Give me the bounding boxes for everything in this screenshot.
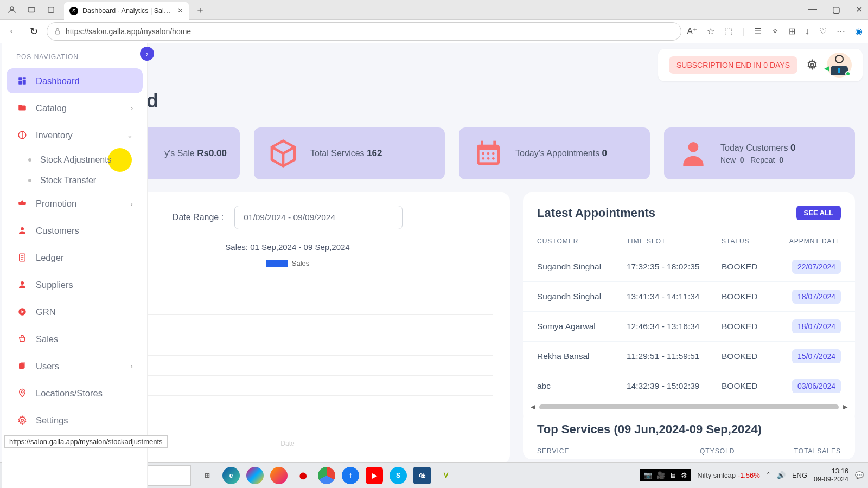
table-row[interactable]: Sugandh Singhal17:32:35 - 18:02:35BOOKED… bbox=[523, 252, 855, 282]
calendar-icon bbox=[472, 137, 505, 170]
app-icon[interactable]: ⊞ bbox=[788, 26, 795, 36]
stock-widget[interactable]: Nifty smlcap -1.56% bbox=[697, 471, 760, 479]
browser-menu-icon[interactable]: ♡ bbox=[819, 26, 827, 36]
gear-icon[interactable] bbox=[806, 59, 818, 71]
status-bar-link: https://salon.galla.app/mysalon/stockadj… bbox=[4, 435, 168, 448]
stat-cards-row: y's Sale Rs0.00 Total Services 162 Today… bbox=[65, 127, 855, 179]
sidebar-toggle-button[interactable]: › bbox=[140, 47, 154, 61]
facebook-icon[interactable]: f bbox=[342, 467, 359, 484]
tray-chevron-icon[interactable]: ˄ bbox=[767, 471, 770, 479]
read-aloud-icon[interactable]: A⁺ bbox=[687, 26, 697, 36]
store-icon[interactable]: 🛍 bbox=[413, 467, 431, 484]
tab-close-icon[interactable]: ✕ bbox=[177, 7, 183, 15]
see-all-button[interactable]: SEE ALL bbox=[796, 206, 841, 220]
bullet-icon bbox=[28, 158, 31, 162]
sidebar-item-dashboard[interactable]: Dashboard bbox=[7, 68, 143, 93]
close-window-icon[interactable]: ✕ bbox=[856, 4, 863, 15]
svg-point-20 bbox=[21, 391, 23, 393]
downloads-icon[interactable]: ↓ bbox=[805, 27, 809, 36]
extensions-icon[interactable]: ⬚ bbox=[724, 26, 732, 36]
record-icon[interactable]: ⬤ bbox=[294, 467, 311, 484]
language-indicator[interactable]: ENG bbox=[792, 471, 807, 479]
browser-tab[interactable]: S Dashboard - Analytics | Salon & S ✕ bbox=[64, 2, 189, 20]
table-row[interactable]: abc14:32:39 - 15:02:39BOOKED03/06/2024 bbox=[523, 371, 855, 401]
split-icon[interactable]: | bbox=[742, 27, 744, 36]
refresh-icon[interactable]: ↻ bbox=[26, 24, 41, 39]
sidebar-item-settings[interactable]: Settings bbox=[7, 408, 143, 433]
collections-icon[interactable]: ☰ bbox=[754, 26, 762, 36]
sidebar-item-customers[interactable]: Customers bbox=[7, 218, 143, 243]
svg-point-26 bbox=[482, 152, 484, 155]
chart-area bbox=[93, 274, 493, 436]
stat-label: Today's Appointments bbox=[515, 149, 602, 158]
stat-label: Total Services bbox=[310, 149, 367, 158]
svg-rect-7 bbox=[23, 80, 26, 85]
cell-time: 11:29:51 - 11:59:51 bbox=[627, 351, 722, 361]
legend-swatch bbox=[266, 260, 288, 267]
table-row[interactable]: Somya Agarwal12:46:34 - 13:16:34BOOKED18… bbox=[523, 312, 855, 342]
svg-rect-6 bbox=[23, 77, 26, 79]
new-tab-button[interactable]: ＋ bbox=[195, 3, 205, 16]
minimize-icon[interactable]: — bbox=[808, 4, 817, 15]
back-icon[interactable]: ← bbox=[5, 24, 21, 39]
sidebar-subitem-stock-transfer[interactable]: Stock Transfer bbox=[7, 170, 143, 191]
sidebar-item-inventory[interactable]: Inventory ⌄ bbox=[7, 123, 143, 147]
tab-actions-icon[interactable] bbox=[44, 3, 58, 16]
volume-icon[interactable]: 🔊 bbox=[777, 471, 786, 479]
sidebar-item-sales[interactable]: Sales bbox=[7, 326, 143, 351]
sidebar-item-users[interactable]: Users › bbox=[7, 354, 143, 378]
monitor-tray-icon: 🖥 bbox=[669, 471, 676, 479]
user-avatar[interactable]: ◀ bbox=[827, 53, 852, 78]
favorite-icon[interactable]: ☆ bbox=[707, 26, 714, 36]
sidebar-item-promotion[interactable]: Promotion › bbox=[7, 191, 143, 216]
sidebar-item-suppliers[interactable]: Suppliers bbox=[7, 272, 143, 297]
firefox-icon[interactable] bbox=[270, 467, 288, 484]
workspaces-icon[interactable] bbox=[25, 3, 38, 16]
url-text: https://salon.galla.app/mysalon/home bbox=[66, 27, 191, 36]
appointments-table-header: CUSTOMER TIME SLOT STATUS APPMNT DATE bbox=[523, 231, 855, 252]
appointments-title: Latest Appointments bbox=[537, 206, 655, 220]
scroll-thumb[interactable] bbox=[539, 404, 839, 410]
sidebar-subitem-stock-adjustments[interactable]: Stock Adjustments bbox=[7, 150, 143, 170]
chevron-right-icon: › bbox=[131, 104, 133, 112]
sidebar-item-catalog[interactable]: Catalog › bbox=[7, 95, 143, 120]
sidebar-item-label: Catalog bbox=[36, 103, 67, 113]
table-row[interactable]: Rekha Bansal11:29:51 - 11:59:51BOOKED15/… bbox=[523, 342, 855, 371]
favorites-bar-icon[interactable]: ✧ bbox=[771, 26, 778, 36]
skype-icon[interactable]: S bbox=[390, 467, 407, 484]
app-icon-taskbar[interactable]: Ⅴ bbox=[437, 467, 455, 484]
copilot-icon[interactable]: ◉ bbox=[855, 26, 863, 36]
notifications-icon[interactable]: 💬 bbox=[855, 471, 864, 479]
copilot-taskbar-icon[interactable] bbox=[246, 467, 264, 484]
cell-time: 12:46:34 - 13:16:34 bbox=[627, 322, 722, 331]
cell-date: 15/07/2024 bbox=[778, 349, 841, 363]
address-bar[interactable]: https://salon.galla.app/mysalon/home bbox=[47, 22, 681, 41]
cell-status: BOOKED bbox=[722, 292, 778, 301]
stat-value: Rs0.00 bbox=[197, 148, 227, 158]
cell-status: BOOKED bbox=[722, 322, 778, 331]
sidebar-item-label: Settings bbox=[36, 415, 68, 426]
cell-date: 18/07/2024 bbox=[778, 319, 841, 333]
sidebar-item-ledger[interactable]: Ledger bbox=[7, 245, 143, 270]
sidebar-item-grn[interactable]: GRN bbox=[7, 299, 143, 324]
date-range-input[interactable]: 01/09/2024 - 09/09/2024 bbox=[234, 206, 403, 229]
sidebar-heading: POS NAVIGATION bbox=[7, 53, 143, 68]
stat-sub-value: 0 bbox=[740, 156, 744, 164]
sidebar-item-locations[interactable]: Locations/Stores bbox=[7, 381, 143, 406]
svg-point-0 bbox=[10, 7, 14, 10]
chevron-down-icon: ⌄ bbox=[127, 131, 133, 139]
maximize-icon[interactable]: ▢ bbox=[832, 4, 840, 15]
youtube-icon[interactable]: ▶ bbox=[366, 467, 383, 484]
tray-group[interactable]: 📷 🎥 🖥 ⚙ bbox=[640, 469, 691, 481]
task-view-icon[interactable]: ⊞ bbox=[199, 467, 216, 484]
more-icon[interactable]: ⋯ bbox=[837, 26, 845, 36]
stat-label: Today Customers bbox=[720, 143, 790, 152]
profile-icon[interactable] bbox=[5, 3, 18, 16]
svg-point-32 bbox=[688, 142, 699, 152]
taskbar-clock[interactable]: 13:16 09-09-2024 bbox=[814, 467, 848, 484]
grn-icon bbox=[16, 306, 28, 318]
chrome-icon[interactable] bbox=[318, 467, 335, 484]
svg-point-28 bbox=[492, 152, 495, 155]
table-row[interactable]: Sugandh Singhal13:41:34 - 14:11:34BOOKED… bbox=[523, 282, 855, 312]
edge-icon[interactable]: e bbox=[222, 467, 240, 484]
